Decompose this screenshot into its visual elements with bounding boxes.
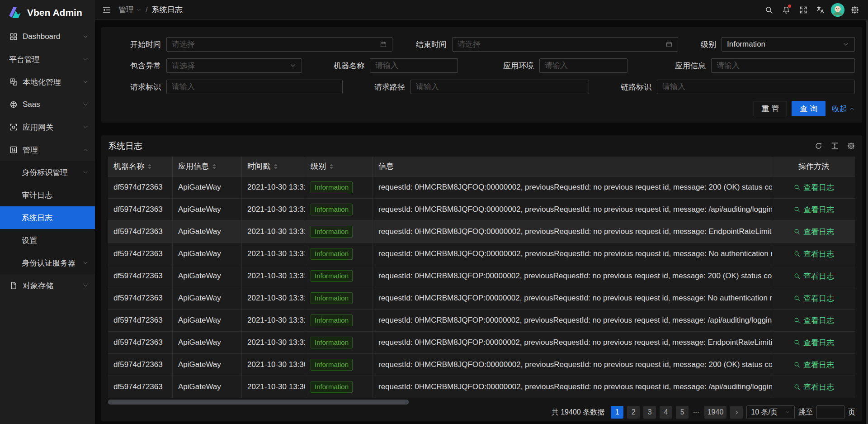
cell-level: Information xyxy=(305,199,373,220)
refresh-icon[interactable] xyxy=(814,142,823,150)
next-page-button[interactable] xyxy=(730,406,743,419)
request-path-field[interactable] xyxy=(416,82,584,91)
sidebar-item-dashboard[interactable]: Dashboard xyxy=(0,25,95,48)
fullscreen-icon[interactable] xyxy=(795,1,812,19)
page-button-3[interactable]: 3 xyxy=(643,406,656,419)
search-button[interactable]: 查 询 xyxy=(792,101,826,116)
request-id-field[interactable] xyxy=(172,82,337,91)
user-avatar[interactable] xyxy=(829,1,846,19)
cell-timestamp: 2021-10-30 13:31:36 xyxy=(242,265,305,287)
sidebar-item-label: 平台管理 xyxy=(9,54,82,65)
trace-id-field[interactable] xyxy=(662,82,849,91)
page-button-1940[interactable]: 1940 xyxy=(704,406,727,419)
level-select[interactable]: Information xyxy=(722,37,855,52)
sidebar-item-label: Dashboard xyxy=(23,32,82,41)
app-info-input[interactable] xyxy=(711,58,855,73)
sidebar-item-system-log[interactable]: 系统日志 xyxy=(0,206,95,229)
breadcrumb-parent-label: 管理 xyxy=(118,5,134,15)
sidebar-item-localization[interactable]: 本地化管理 xyxy=(0,71,95,93)
page-button-1[interactable]: 1 xyxy=(611,406,623,419)
view-log-button[interactable]: 查看日志 xyxy=(793,382,834,392)
end-time-field[interactable] xyxy=(458,40,665,49)
col-level[interactable]: 级别 xyxy=(305,157,373,176)
dashboard-icon xyxy=(9,32,18,41)
page-button-2[interactable]: 2 xyxy=(627,406,640,419)
jump-page-input[interactable] xyxy=(816,405,844,419)
app-env-input[interactable] xyxy=(539,58,627,73)
view-log-button[interactable]: 查看日志 xyxy=(793,293,834,304)
sort-carets[interactable] xyxy=(274,164,278,169)
trace-id-label: 链路标识 xyxy=(589,82,657,92)
cell-app-info: ApiGateWay xyxy=(173,243,242,265)
cell-app-info: ApiGateWay xyxy=(173,310,242,331)
level-badge: Information xyxy=(311,314,353,326)
sidebar-item-audit-log[interactable]: 审计日志 xyxy=(0,184,95,206)
bell-icon[interactable] xyxy=(778,1,795,19)
sidebar-item-manage[interactable]: 管理 xyxy=(0,138,95,161)
view-log-button[interactable]: 查看日志 xyxy=(793,360,834,370)
start-time-field[interactable] xyxy=(172,40,380,49)
translate-icon[interactable] xyxy=(812,1,829,19)
sidebar: Vben Admin Dashboard平台管理本地化管理Saas应用网关管理身… xyxy=(0,0,95,424)
app-info-field[interactable] xyxy=(717,61,849,70)
cell-actions: 查看日志 xyxy=(772,265,855,287)
notification-badge xyxy=(788,5,791,8)
view-log-button[interactable]: 查看日志 xyxy=(793,338,834,348)
page-size-select[interactable]: 10 条/页 xyxy=(746,405,795,419)
reset-button[interactable]: 重 置 xyxy=(754,101,788,116)
sidebar-item-settings[interactable]: 设置 xyxy=(0,229,95,252)
view-log-button[interactable]: 查看日志 xyxy=(793,182,834,193)
column-settings-icon[interactable] xyxy=(847,142,855,150)
magnifier-icon xyxy=(793,250,801,257)
request-path-label: 请求路径 xyxy=(343,82,410,92)
trace-id-input[interactable] xyxy=(657,80,855,94)
sidebar-item-label: 身份标识管理 xyxy=(22,167,82,178)
request-path-input[interactable] xyxy=(410,80,589,94)
sort-carets[interactable] xyxy=(330,164,333,169)
request-id-input[interactable] xyxy=(166,80,343,94)
has-exception-select[interactable]: 请选择 xyxy=(166,58,302,73)
col-machine-name[interactable]: 机器名称 xyxy=(108,157,173,176)
sidebar-item-identity[interactable]: 身份标识管理 xyxy=(0,161,95,184)
col-timestamp[interactable]: 时间戳 xyxy=(242,157,305,176)
cell-message: requestId: 0HMCRBM8JQFOQ:00000002, previ… xyxy=(373,221,772,243)
sort-carets[interactable] xyxy=(212,164,216,169)
has-exception-label: 包含异常 xyxy=(108,61,166,71)
gear-icon[interactable] xyxy=(846,1,863,19)
app-env-field[interactable] xyxy=(545,61,622,70)
start-time-input[interactable] xyxy=(166,37,392,52)
view-log-button[interactable]: 查看日志 xyxy=(793,315,834,326)
vertical-scrollbar[interactable] xyxy=(866,20,868,424)
sidebar-item-auth-server[interactable]: 身份认证服务器 xyxy=(0,252,95,274)
calendar-icon xyxy=(380,41,387,48)
view-log-button[interactable]: 查看日志 xyxy=(793,271,834,281)
sidebar-item-platform[interactable]: 平台管理 xyxy=(0,48,95,71)
machine-name-input[interactable] xyxy=(370,58,458,73)
col-app-info[interactable]: 应用信息 xyxy=(173,157,242,176)
sidebar-item-object-storage[interactable]: 对象存储 xyxy=(0,274,95,297)
view-log-button[interactable]: 查看日志 xyxy=(793,227,834,237)
chevron-down-icon xyxy=(842,41,849,48)
view-log-button[interactable]: 查看日志 xyxy=(793,205,834,215)
page-button-5[interactable]: 5 xyxy=(676,406,689,419)
sidebar-item-saas[interactable]: Saas xyxy=(0,93,95,116)
search-icon[interactable] xyxy=(760,1,778,19)
breadcrumb-item-manage[interactable]: 管理 xyxy=(118,5,142,15)
cell-machine-name: df5974d72363 xyxy=(108,354,173,376)
page-ellipsis[interactable]: ••• xyxy=(692,410,701,415)
view-log-button[interactable]: 查看日志 xyxy=(793,249,834,259)
cell-machine-name: df5974d72363 xyxy=(108,332,173,353)
document-icon xyxy=(9,281,18,290)
collapse-toggle[interactable]: 收起 xyxy=(832,104,855,114)
end-time-input[interactable] xyxy=(452,37,678,52)
horizontal-scrollbar-thumb[interactable] xyxy=(108,400,409,405)
sidebar-item-gateway[interactable]: 应用网关 xyxy=(0,116,95,138)
menu-fold-icon[interactable] xyxy=(102,5,111,14)
machine-name-field[interactable] xyxy=(375,61,453,70)
page-button-4[interactable]: 4 xyxy=(660,406,672,419)
row-height-icon[interactable] xyxy=(830,142,839,150)
sort-carets[interactable] xyxy=(148,164,151,169)
cell-app-info: ApiGateWay xyxy=(173,199,242,220)
chevron-down-icon xyxy=(82,282,89,289)
logo[interactable]: Vben Admin xyxy=(0,0,95,25)
